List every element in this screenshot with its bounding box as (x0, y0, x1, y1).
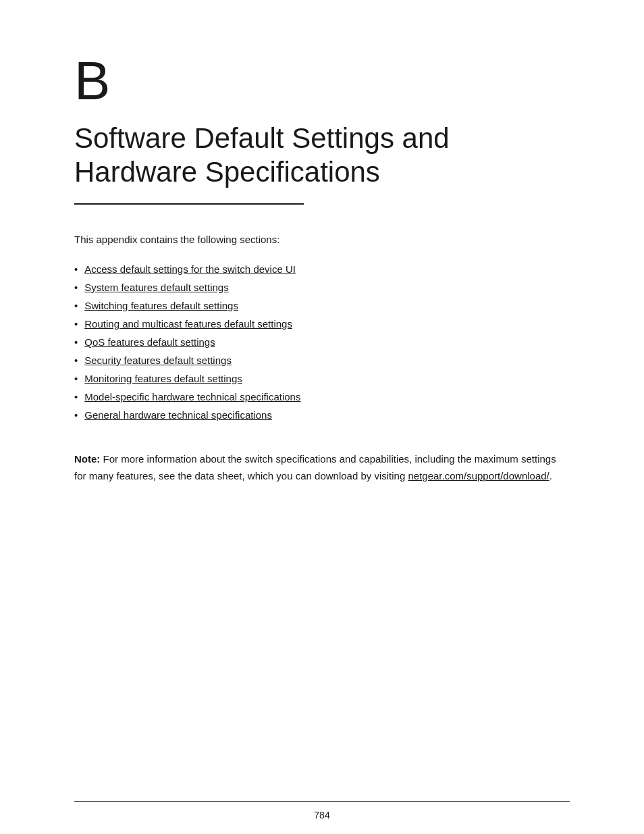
title-divider (74, 203, 304, 205)
note-link[interactable]: netgear.com/support/download/ (408, 470, 549, 481)
footer: 784 (0, 801, 644, 835)
list-item: QoS features default settings (74, 333, 570, 351)
list-item: Model-specific hardware technical specif… (74, 388, 570, 406)
toc-link-monitoring[interactable]: Monitoring features default settings (84, 369, 242, 388)
list-item: Access default settings for the switch d… (74, 260, 570, 278)
list-item: Monitoring features default settings (74, 369, 570, 388)
toc-link-switching[interactable]: Switching features default settings (84, 296, 238, 315)
chapter-title: Software Default Settings and Hardware S… (74, 122, 570, 190)
list-item: Security features default settings (74, 351, 570, 369)
toc-link-security[interactable]: Security features default settings (84, 351, 232, 369)
list-item: Switching features default settings (74, 296, 570, 315)
footer-divider (74, 801, 570, 802)
chapter-letter: B (74, 54, 570, 108)
page-container: B Software Default Settings and Hardware… (0, 0, 644, 834)
toc-link-routing[interactable]: Routing and multicast features default s… (84, 315, 292, 333)
toc-link-model-specific[interactable]: Model-specific hardware technical specif… (84, 388, 300, 406)
toc-link-general[interactable]: General hardware technical specification… (84, 406, 272, 424)
note-label: Note: (74, 453, 100, 465)
toc-link-access[interactable]: Access default settings for the switch d… (84, 260, 296, 278)
toc-link-qos[interactable]: QoS features default settings (84, 333, 215, 351)
list-item: General hardware technical specification… (74, 406, 570, 424)
toc-link-system[interactable]: System features default settings (84, 278, 228, 296)
page-number: 784 (74, 810, 570, 820)
note-block: Note: For more information about the swi… (74, 451, 570, 485)
intro-text: This appendix contains the following sec… (74, 232, 570, 248)
list-item: System features default settings (74, 278, 570, 296)
list-item: Routing and multicast features default s… (74, 315, 570, 333)
note-text-end: . (549, 470, 552, 481)
toc-list: Access default settings for the switch d… (74, 260, 570, 424)
